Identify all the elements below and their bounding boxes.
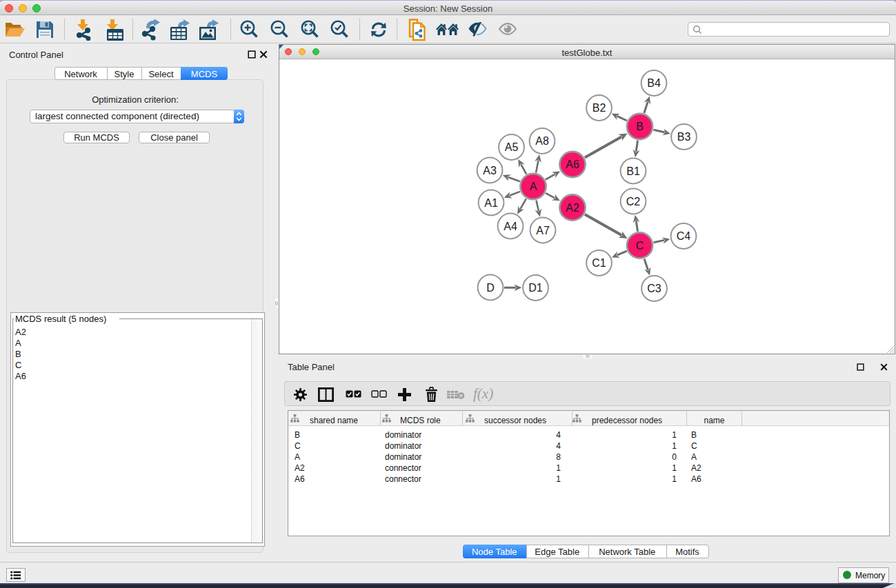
svg-text:A6: A6: [566, 159, 579, 170]
svg-text:B2: B2: [592, 102, 606, 114]
svg-text:A8: A8: [535, 135, 549, 147]
svg-text:C3: C3: [647, 283, 661, 294]
svg-text:C1: C1: [592, 257, 606, 269]
svg-text:B1: B1: [626, 165, 640, 176]
svg-text:A: A: [529, 181, 537, 192]
svg-text:B4: B4: [647, 77, 661, 89]
svg-text:A4: A4: [504, 220, 517, 232]
svg-text:A1: A1: [484, 196, 498, 208]
svg-text:C: C: [635, 239, 644, 251]
svg-text:C4: C4: [676, 230, 690, 242]
svg-text:B: B: [636, 121, 644, 132]
svg-text:A2: A2: [566, 201, 579, 213]
svg-text:D1: D1: [528, 282, 543, 294]
svg-text:B3: B3: [677, 131, 690, 143]
svg-text:A5: A5: [504, 141, 518, 153]
svg-text:C2: C2: [626, 195, 640, 207]
svg-text:D: D: [486, 281, 495, 293]
svg-text:A7: A7: [536, 224, 550, 236]
svg-text:A3: A3: [483, 164, 497, 176]
